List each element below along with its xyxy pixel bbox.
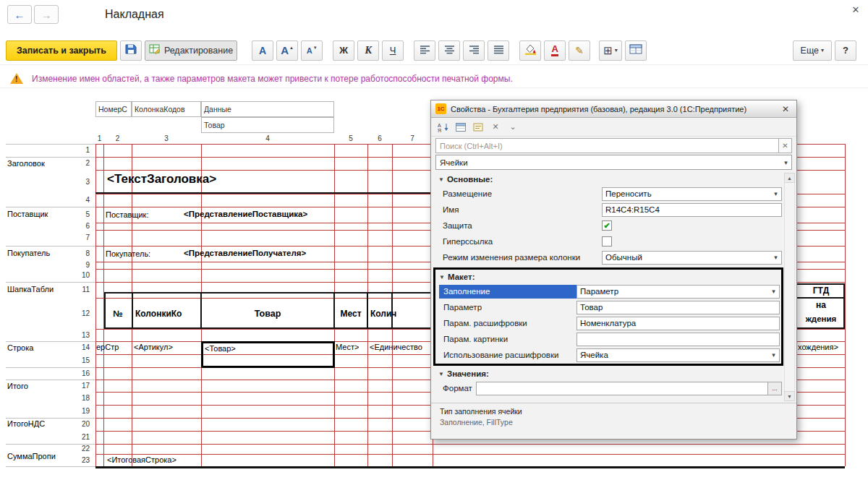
picture-param-input[interactable] — [576, 333, 780, 346]
scroll-down-button[interactable]: ▼ — [784, 391, 795, 401]
area-label-2[interactable]: Поставщик — [7, 210, 48, 218]
format-ellipsis-button[interactable]: ... — [768, 382, 782, 395]
cell-header-country-1[interactable]: на — [797, 299, 845, 312]
row-header-21[interactable]: 21 — [74, 431, 93, 444]
cell-row-mest[interactable]: Мест> — [336, 343, 359, 351]
cell-header-tovar[interactable]: Товар — [201, 299, 334, 329]
area-label-5[interactable]: Строка — [7, 343, 33, 352]
col-area-header-kolonka[interactable]: КолонкаКодов — [132, 101, 201, 117]
cell-header-qty[interactable]: Колич — [369, 299, 432, 329]
column-header-2[interactable]: 2 — [103, 133, 132, 144]
column-header-1[interactable]: 1 — [95, 133, 103, 144]
row-header-12[interactable]: 12 — [74, 298, 93, 329]
cell-row-qty[interactable]: <Единичество — [370, 343, 431, 351]
row-header-8[interactable]: 8 — [74, 246, 93, 262]
search-input[interactable] — [435, 138, 779, 153]
area-label-8[interactable]: СуммаПропи — [7, 452, 56, 460]
resize-mode-select[interactable]: Обычный▾ — [602, 251, 782, 265]
format-input[interactable] — [476, 382, 768, 395]
row-header-4[interactable]: 4 — [74, 194, 93, 207]
area-label-6[interactable]: Итого — [7, 382, 28, 390]
clear-button[interactable]: ✕ — [488, 120, 503, 134]
column-header-6[interactable]: 6 — [367, 133, 392, 144]
decipher-param-label: Парам. расшифровки — [439, 319, 576, 327]
format-label: Формат — [438, 384, 476, 393]
cell-header-gtd[interactable]: ГТД — [797, 283, 845, 298]
col-area-header-numerstr[interactable]: НомерС — [95, 101, 132, 117]
row-header-5[interactable]: 5 — [74, 207, 93, 223]
cell-header-mest[interactable]: Мест — [334, 299, 367, 329]
cell-buyer-value[interactable]: <ПредставлениеПолучателя> — [184, 249, 306, 257]
area-label-7[interactable]: ИтогоНДС — [7, 419, 45, 428]
selected-cell[interactable] — [201, 341, 335, 368]
cell-header-num[interactable]: № — [104, 299, 132, 329]
name-input[interactable] — [602, 203, 782, 217]
cell-title[interactable]: <ТекстЗаголовка> — [107, 172, 216, 187]
column-header-5[interactable]: 5 — [334, 133, 367, 144]
cell-supplier-value[interactable]: <ПредставлениеПоставщика> — [184, 210, 307, 218]
area-label-1[interactable]: Заголовок — [7, 159, 45, 168]
row-header-14[interactable]: 14 — [74, 341, 93, 354]
cell-total-row[interactable]: <ИтоговаяСтрока> — [107, 455, 176, 464]
title-underline — [95, 192, 433, 194]
area-label-3[interactable]: Покупатель — [7, 249, 50, 257]
row-header-7[interactable]: 7 — [74, 230, 93, 246]
col-area-header-dannye[interactable]: Данные — [201, 101, 334, 117]
search-clear-button[interactable]: ✕ — [779, 138, 792, 153]
sort-button[interactable]: АЯ — [435, 120, 451, 134]
row-header-22[interactable]: 22 — [74, 444, 93, 454]
fill-select[interactable]: Параметр▾ — [576, 285, 780, 299]
dialog-scrollbar[interactable]: ▲ ▼ — [784, 173, 795, 401]
fill-label[interactable]: Заполнение — [439, 285, 576, 299]
column-header-4[interactable]: 4 — [201, 133, 334, 144]
prop-row-placement: Размещение Переносить▾ — [438, 186, 782, 202]
important-props-button[interactable] — [470, 120, 486, 134]
cell-row-articul[interactable]: <Артикул> — [134, 343, 173, 351]
toolbar-chevron-button[interactable]: ⌄ — [505, 120, 521, 134]
column-header-7[interactable]: 7 — [392, 133, 433, 144]
cell-buyer-label[interactable]: Покупатель: — [106, 249, 150, 258]
col-subheader-tovar[interactable]: Товар — [201, 117, 334, 133]
hyperlink-checkbox[interactable] — [602, 236, 612, 247]
cell-header-kolonka[interactable]: КолонкиКо — [134, 299, 200, 329]
prop-row-picture-param: Парам. картинки — [439, 331, 780, 347]
section-values[interactable]: ▼ Значения: — [438, 367, 782, 380]
parameter-input[interactable] — [576, 301, 780, 314]
dialog-toolbar: АЯ ✕ ⌄ — [431, 118, 796, 137]
row-header-13[interactable]: 13 — [74, 329, 93, 341]
section-main[interactable]: ▼ Основные: — [438, 173, 782, 186]
scrollbar-track[interactable] — [784, 183, 795, 391]
row-header-9[interactable]: 9 — [74, 262, 93, 269]
row-header-19[interactable]: 19 — [74, 405, 93, 418]
decipher-param-input[interactable] — [576, 317, 780, 330]
row-header-1[interactable]: 1 — [74, 144, 93, 157]
placement-select[interactable]: Переносить▾ — [602, 187, 782, 201]
dialog-title-bar[interactable]: 1С Свойства - Бухгалтерия предприятия (б… — [431, 100, 796, 118]
row-header-3[interactable]: 3 — [74, 170, 93, 194]
row-header-16[interactable]: 16 — [74, 367, 93, 380]
scope-select[interactable]: Ячейки ▾ — [435, 155, 792, 170]
row-header-15[interactable]: 15 — [74, 354, 93, 367]
protect-checkbox[interactable]: ✔ — [602, 220, 612, 231]
dialog-close-button[interactable]: ✕ — [779, 104, 792, 114]
row-header-17[interactable]: 17 — [74, 380, 93, 392]
row-header-18[interactable]: 18 — [74, 392, 93, 405]
row-header-6[interactable]: 6 — [74, 223, 93, 230]
chevron-down-icon: ⌄ — [509, 122, 516, 132]
row-header-11[interactable]: 11 — [74, 282, 93, 298]
row-header-20[interactable]: 20 — [74, 418, 93, 431]
scroll-up-button[interactable]: ▲ — [784, 173, 795, 183]
name-label: Имя — [438, 205, 602, 214]
cell-row-country[interactable]: хождения> — [798, 343, 844, 351]
cell-header-country-2[interactable]: ждения — [797, 312, 845, 325]
use-decipher-select[interactable]: Ячейка▾ — [576, 348, 780, 362]
area-label-4[interactable]: ШапкаТабли — [7, 285, 54, 293]
row-header-10[interactable]: 10 — [74, 269, 93, 282]
cell-row-num[interactable]: ерСтр — [96, 343, 130, 351]
cell-supplier-label[interactable]: Поставщик: — [106, 210, 148, 219]
row-header-23[interactable]: 23 — [74, 454, 93, 466]
group-view-button[interactable] — [453, 120, 469, 134]
row-header-2[interactable]: 2 — [74, 157, 93, 170]
column-header-3[interactable]: 3 — [132, 133, 201, 144]
section-layout[interactable]: ▼ Макет: — [439, 270, 780, 283]
